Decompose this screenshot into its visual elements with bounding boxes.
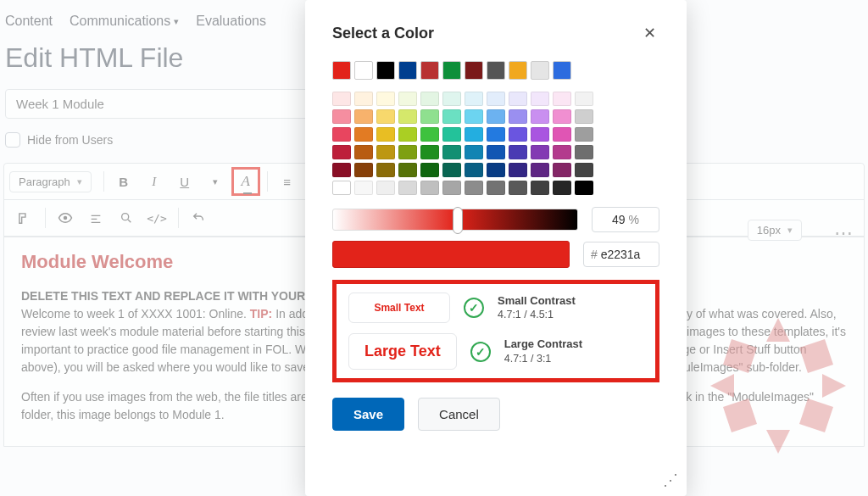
swatch[interactable] bbox=[487, 109, 505, 124]
paragraph-select[interactable]: Paragraph▾ bbox=[9, 171, 92, 192]
swatch[interactable] bbox=[465, 61, 483, 80]
swatch[interactable] bbox=[332, 181, 351, 195]
swatch[interactable] bbox=[553, 92, 571, 106]
swatch[interactable] bbox=[553, 181, 571, 195]
swatch[interactable] bbox=[575, 109, 593, 124]
bold-button[interactable]: B bbox=[109, 167, 138, 196]
swatch[interactable] bbox=[420, 61, 439, 80]
find-icon[interactable] bbox=[112, 203, 141, 232]
swatch[interactable] bbox=[376, 61, 395, 80]
source-icon[interactable]: </> bbox=[142, 203, 171, 232]
swatch[interactable] bbox=[354, 163, 373, 177]
swatch[interactable] bbox=[332, 163, 351, 177]
swatch[interactable] bbox=[398, 145, 417, 159]
swatch[interactable] bbox=[531, 163, 549, 177]
swatch[interactable] bbox=[376, 163, 395, 177]
swatch[interactable] bbox=[531, 61, 549, 80]
swatch[interactable] bbox=[332, 92, 351, 106]
swatch[interactable] bbox=[509, 181, 527, 195]
swatch[interactable] bbox=[465, 109, 483, 124]
swatch[interactable] bbox=[442, 145, 461, 159]
swatch[interactable] bbox=[376, 92, 395, 106]
swatch[interactable] bbox=[509, 163, 527, 177]
swatch[interactable] bbox=[442, 181, 461, 195]
swatch[interactable] bbox=[531, 109, 549, 124]
swatch[interactable] bbox=[354, 92, 373, 106]
swatch[interactable] bbox=[575, 181, 593, 195]
swatch[interactable] bbox=[531, 92, 549, 106]
hide-checkbox[interactable] bbox=[5, 132, 20, 148]
font-size-select[interactable]: 16px▾ bbox=[748, 220, 802, 241]
swatch[interactable] bbox=[465, 181, 483, 195]
undo-icon[interactable] bbox=[184, 203, 213, 232]
swatch[interactable] bbox=[398, 127, 417, 142]
close-icon[interactable]: ✕ bbox=[640, 20, 659, 46]
swatch[interactable] bbox=[420, 92, 439, 106]
cancel-button[interactable]: Cancel bbox=[418, 398, 500, 431]
swatch[interactable] bbox=[509, 61, 527, 80]
swatch[interactable] bbox=[442, 127, 461, 142]
swatch[interactable] bbox=[487, 145, 505, 159]
preview-icon[interactable] bbox=[51, 203, 80, 232]
swatch[interactable] bbox=[509, 127, 527, 142]
swatch[interactable] bbox=[442, 92, 461, 106]
swatch[interactable] bbox=[509, 109, 527, 124]
swatch[interactable] bbox=[575, 127, 593, 142]
more-icon[interactable]: ⋯ bbox=[834, 222, 854, 244]
swatch[interactable] bbox=[420, 109, 439, 124]
swatch[interactable] bbox=[376, 181, 395, 195]
swatch[interactable] bbox=[398, 109, 417, 124]
underline-menu[interactable]: ▾ bbox=[201, 167, 230, 196]
swatch[interactable] bbox=[398, 92, 417, 106]
resize-grip-icon[interactable]: ⋰ bbox=[663, 471, 678, 489]
swatch[interactable] bbox=[553, 61, 571, 80]
swatch[interactable] bbox=[354, 61, 373, 80]
swatch[interactable] bbox=[531, 127, 549, 142]
swatch[interactable] bbox=[553, 163, 571, 177]
swatch[interactable] bbox=[398, 181, 417, 195]
slider-thumb[interactable] bbox=[453, 207, 463, 234]
nav-evaluations[interactable]: Evaluations bbox=[196, 14, 266, 29]
swatch[interactable] bbox=[487, 61, 505, 80]
swatch[interactable] bbox=[354, 109, 373, 124]
swatch[interactable] bbox=[465, 127, 483, 142]
save-button[interactable]: Save bbox=[332, 398, 404, 431]
swatch[interactable] bbox=[465, 163, 483, 177]
swatch[interactable] bbox=[575, 92, 593, 106]
swatch[interactable] bbox=[398, 61, 417, 80]
swatch[interactable] bbox=[553, 127, 571, 142]
swatch[interactable] bbox=[332, 127, 351, 142]
swatch[interactable] bbox=[332, 61, 351, 80]
swatch[interactable] bbox=[376, 127, 395, 142]
swatch[interactable] bbox=[420, 145, 439, 159]
swatch[interactable] bbox=[465, 92, 483, 106]
underline-button[interactable]: U bbox=[170, 167, 199, 196]
italic-button[interactable]: I bbox=[140, 167, 169, 196]
swatch[interactable] bbox=[332, 109, 351, 124]
swatch[interactable] bbox=[509, 92, 527, 106]
swatch[interactable] bbox=[487, 92, 505, 106]
swatch[interactable] bbox=[376, 109, 395, 124]
swatch[interactable] bbox=[354, 127, 373, 142]
swatch[interactable] bbox=[575, 145, 593, 159]
swatch[interactable] bbox=[487, 181, 505, 195]
swatch[interactable] bbox=[354, 181, 373, 195]
lightness-slider[interactable] bbox=[332, 209, 578, 231]
swatch[interactable] bbox=[487, 127, 505, 142]
swatch[interactable] bbox=[442, 61, 461, 80]
clear-format-icon[interactable] bbox=[81, 203, 110, 232]
swatch[interactable] bbox=[442, 109, 461, 124]
percent-input[interactable]: 49 % bbox=[592, 207, 659, 232]
swatch[interactable] bbox=[487, 163, 505, 177]
swatch[interactable] bbox=[376, 145, 395, 159]
swatch[interactable] bbox=[420, 127, 439, 142]
swatch[interactable] bbox=[531, 181, 549, 195]
swatch[interactable] bbox=[354, 145, 373, 159]
swatch[interactable] bbox=[509, 145, 527, 159]
swatch[interactable] bbox=[420, 181, 439, 195]
swatch[interactable] bbox=[553, 109, 571, 124]
swatch[interactable] bbox=[420, 163, 439, 177]
swatch[interactable] bbox=[465, 145, 483, 159]
nav-communications[interactable]: Communications ▾ bbox=[70, 14, 179, 29]
hex-input[interactable]: # e2231a bbox=[583, 242, 659, 267]
